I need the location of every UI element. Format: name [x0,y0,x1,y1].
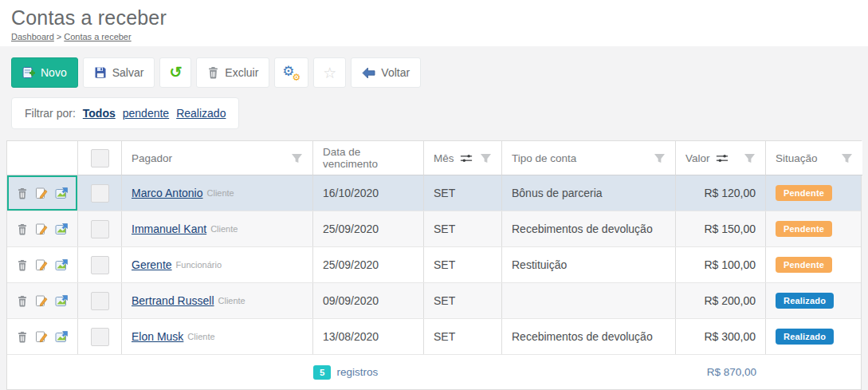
row-actions-cell [7,319,78,354]
open-record-icon[interactable] [55,258,69,271]
filter-funnel-icon[interactable] [841,153,853,163]
situacao-cell: Realizado [766,283,862,318]
filter-bar: Filtrar por: Todos pendente Realizado [11,97,239,129]
page-title: Contas a receber [11,6,857,30]
breadcrumb-link-dashboard[interactable]: Dashboard [11,32,54,41]
edit-row-icon[interactable] [35,294,48,307]
sort-sliders-icon[interactable] [716,153,729,163]
records-count: 5 registros [313,355,502,389]
row-checkbox-cell [78,247,122,282]
form-plus-icon [22,66,35,79]
row-checkbox-cell [78,283,122,318]
excluir-button-label: Excluir [225,66,258,79]
arrow-left-icon [362,67,375,79]
voltar-button[interactable]: Voltar [351,57,421,88]
delete-row-icon[interactable] [17,223,28,235]
pagador-cell: Marco Antonio Cliente [122,175,313,211]
excluir-button[interactable]: Excluir [196,57,269,88]
select-all-checkbox[interactable] [91,149,109,167]
status-badge: Realizado [776,329,834,345]
filter-label: Filtrar por: [25,107,76,120]
pagador-link[interactable]: Immanuel Kant [132,223,206,235]
situacao-cell: Pendente [766,175,862,211]
vencimento-cell: 13/08/2020 [313,319,424,354]
pagador-cell: Elon Musk Cliente [122,319,313,354]
filter-option-todos[interactable]: Todos [83,107,116,120]
filter-option-realizado[interactable]: Realizado [176,107,226,120]
contas-table: Pagador Data de vencimento Mês [6,140,862,390]
header-vencimento: Data de vencimento [313,141,424,175]
pagador-cell: Immanuel Kant Cliente [122,211,313,246]
tipo-conta-cell: Recebimentos de devolução [502,211,676,246]
filter-funnel-icon[interactable] [291,153,303,163]
row-checkbox[interactable] [91,184,109,203]
row-checkbox-cell [78,175,122,211]
mes-cell: SET [424,319,502,354]
settings-button[interactable]: ⚙ ⚙ [274,57,308,88]
salvar-button[interactable]: Salvar [83,57,155,88]
edit-row-icon[interactable] [35,258,48,271]
open-record-icon[interactable] [55,294,69,307]
header-tipo-conta-label: Tipo de conta [512,152,576,164]
table-row[interactable]: Gerente Funcionário 25/09/2020 SET Resti… [7,247,861,283]
breadcrumb-separator: > [57,32,61,41]
row-checkbox-cell [78,319,122,354]
filter-funnel-icon[interactable] [654,153,666,163]
open-record-icon[interactable] [55,330,69,343]
mes-cell: SET [424,211,502,246]
pagador-link[interactable]: Elon Musk [132,330,183,343]
row-checkbox[interactable] [91,220,109,238]
open-record-icon[interactable] [55,187,69,199]
filter-funnel-icon[interactable] [744,153,756,163]
delete-row-icon[interactable] [17,331,28,343]
header-actions [7,141,78,175]
voltar-button-label: Voltar [381,66,410,79]
toolbar: Novo Salvar ↺ [0,57,868,88]
header-vencimento-label: Data de vencimento [323,146,414,170]
novo-button[interactable]: Novo [11,57,78,88]
header-situacao-label: Situação [776,152,818,164]
pagador-link[interactable]: Bertrand Russell [132,294,214,307]
delete-row-icon[interactable] [17,259,28,271]
header-pagador: Pagador [122,141,313,175]
salvar-button-label: Salvar [112,66,144,79]
mes-cell: SET [424,247,502,282]
refresh-button[interactable]: ↺ [159,57,191,88]
delete-row-icon[interactable] [17,295,28,307]
table-row[interactable]: Marco Antonio Cliente 16/10/2020 SET Bôn… [7,175,861,211]
situacao-cell: Pendente [766,211,862,246]
records-count-label: registros [336,366,378,378]
table-row[interactable]: Immanuel Kant Cliente 25/09/2020 SET Rec… [7,211,861,247]
row-actions-cell [7,175,78,211]
page-header: Contas a receber Dashboard>Contas a rece… [0,0,868,46]
star-icon: ☆ [323,65,336,81]
row-checkbox[interactable] [91,328,109,346]
mes-cell: SET [424,175,502,211]
table-row[interactable]: Bertrand Russell Cliente 09/09/2020 SET … [7,283,861,319]
total-value: R$ 870,00 [676,355,766,389]
valor-cell: R$ 300,00 [676,319,766,354]
pagador-type-label: Cliente [187,332,214,341]
filter-funnel-icon[interactable] [480,153,492,163]
table-row[interactable]: Elon Musk Cliente 13/08/2020 SET Recebim… [7,319,861,355]
open-record-icon[interactable] [55,223,69,235]
edit-row-icon[interactable] [35,330,48,343]
delete-row-icon[interactable] [17,187,28,199]
row-checkbox[interactable] [91,292,109,310]
pagador-link[interactable]: Gerente [132,258,172,271]
breadcrumb: Dashboard>Contas a receber [11,32,857,41]
favorite-button[interactable]: ☆ [313,57,346,88]
row-checkbox[interactable] [91,256,109,274]
mes-cell: SET [424,283,502,318]
breadcrumb-link-current[interactable]: Contas a receber [64,32,131,41]
pagador-cell: Gerente Funcionário [122,247,313,282]
header-situacao: Situação [766,141,862,175]
edit-row-icon[interactable] [35,223,48,235]
filter-option-pendente[interactable]: pendente [123,107,169,120]
sort-sliders-icon[interactable] [460,153,473,163]
header-valor: Valor [676,141,766,175]
status-badge: Pendente [776,257,832,273]
valor-cell: R$ 150,00 [676,211,766,246]
edit-row-icon[interactable] [35,187,48,199]
pagador-link[interactable]: Marco Antonio [132,187,203,199]
